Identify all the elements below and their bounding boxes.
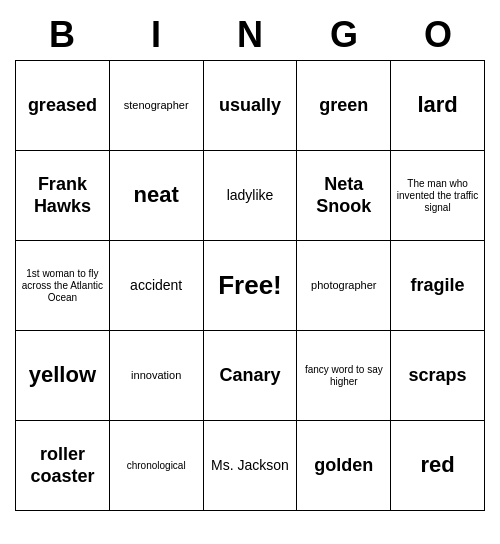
header-letter: N [203, 10, 297, 60]
header-letter: G [297, 10, 391, 60]
bingo-cell: accident [110, 241, 204, 331]
cell-text: Free! [218, 270, 282, 301]
bingo-cell: 1st woman to fly across the Atlantic Oce… [16, 241, 110, 331]
bingo-cell: fragile [391, 241, 485, 331]
bingo-cell: Frank Hawks [16, 151, 110, 241]
bingo-cell: Neta Snook [297, 151, 391, 241]
cell-text: yellow [29, 362, 96, 388]
cell-text: photographer [311, 279, 376, 292]
bingo-cell: innovation [110, 331, 204, 421]
bingo-cell: photographer [297, 241, 391, 331]
header-letter: B [15, 10, 109, 60]
bingo-grid: greasedstenographerusuallygreenlardFrank… [15, 60, 485, 511]
bingo-cell: yellow [16, 331, 110, 421]
header-letter: I [109, 10, 203, 60]
cell-text: lard [417, 92, 457, 118]
cell-text: usually [219, 95, 281, 117]
bingo-header: BINGO [15, 10, 485, 60]
cell-text: 1st woman to fly across the Atlantic Oce… [20, 268, 105, 304]
cell-text: innovation [131, 369, 181, 382]
cell-text: Frank Hawks [20, 174, 105, 217]
cell-text: The man who invented the traffic signal [395, 178, 480, 214]
bingo-cell: Canary [204, 331, 298, 421]
cell-text: roller coaster [20, 444, 105, 487]
bingo-cell: usually [204, 61, 298, 151]
bingo-cell: roller coaster [16, 421, 110, 511]
cell-text: fragile [411, 275, 465, 297]
cell-text: red [420, 452, 454, 478]
bingo-cell: Ms. Jackson [204, 421, 298, 511]
cell-text: Ms. Jackson [211, 457, 289, 474]
cell-text: golden [314, 455, 373, 477]
bingo-cell: chronological [110, 421, 204, 511]
cell-text: green [319, 95, 368, 117]
bingo-cell: lard [391, 61, 485, 151]
cell-text: neat [134, 182, 179, 208]
bingo-cell: ladylike [204, 151, 298, 241]
bingo-cell: greased [16, 61, 110, 151]
bingo-cell: fancy word to say higher [297, 331, 391, 421]
bingo-cell: golden [297, 421, 391, 511]
bingo-cell: green [297, 61, 391, 151]
cell-text: Neta Snook [301, 174, 386, 217]
cell-text: ladylike [227, 187, 274, 204]
header-letter: O [391, 10, 485, 60]
cell-text: accident [130, 277, 182, 294]
cell-text: scraps [409, 365, 467, 387]
bingo-cell: scraps [391, 331, 485, 421]
cell-text: greased [28, 95, 97, 117]
bingo-cell: The man who invented the traffic signal [391, 151, 485, 241]
bingo-cell: stenographer [110, 61, 204, 151]
bingo-cell: red [391, 421, 485, 511]
cell-text: fancy word to say higher [301, 364, 386, 388]
bingo-cell: neat [110, 151, 204, 241]
cell-text: Canary [219, 365, 280, 387]
cell-text: chronological [127, 460, 186, 472]
cell-text: stenographer [124, 99, 189, 112]
bingo-cell: Free! [204, 241, 298, 331]
